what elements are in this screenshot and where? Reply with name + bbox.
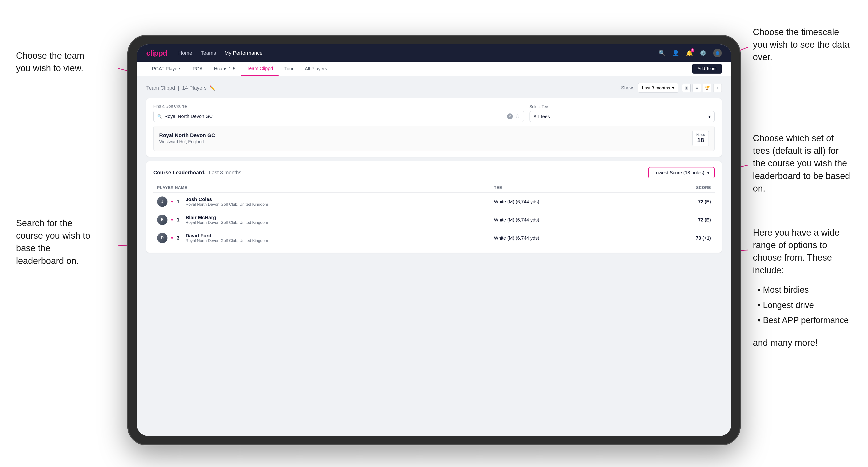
annotation-top-left-text: Choose the team you wish to view. [16,51,84,73]
grid-view-btn[interactable]: ⊞ [682,84,691,92]
filter-row: Find a Golf Course 🔍 Royal North Devon G… [153,104,715,122]
download-view-btn[interactable]: ↓ [713,84,722,92]
holes-label: Holes [696,133,705,136]
add-team-button[interactable]: Add Team [692,64,722,73]
tee-filter-label: Select Tee [530,104,715,109]
sub-nav-team-clippd[interactable]: Team Clippd [241,62,279,76]
annotation-top-right: Choose the timescale you wish to see the… [753,26,852,64]
player-count-separator: | [178,85,179,91]
sub-nav-pgat[interactable]: PGAT Players [146,62,187,76]
nav-teams[interactable]: Teams [201,50,216,56]
course-result-info: Royal North Devon GC Westward Ho!, Engla… [159,132,215,144]
sub-nav: PGAT Players PGA Hcaps 1-5 Team Clippd T… [137,62,731,76]
profile-icon-btn[interactable]: 👤 [672,50,679,56]
sub-nav-pga[interactable]: PGA [187,62,208,76]
nav-logo: clippd [146,49,167,58]
tee-select-dropdown[interactable]: All Tees ▾ [530,111,715,122]
col-score: SCORE [647,183,715,193]
player-club-2: Royal North Devon Golf Club, United King… [186,220,268,225]
holes-number: 18 [696,136,705,144]
annotation-middle-right-text: Choose which set of tees (default is all… [753,133,850,193]
leaderboard-title-text: Course Leaderboard, [153,169,206,176]
tee-value: All Tees [533,114,550,119]
score-type-value: Lowest Score (18 holes) [653,170,704,176]
leaderboard-title: Course Leaderboard, Last 3 months [153,169,242,176]
score-type-dropdown[interactable]: Lowest Score (18 holes) ▾ [648,167,715,178]
main-content: Team Clippd | 14 Players ✏️ Show: Last 3… [137,76,731,436]
sub-nav-tour[interactable]: Tour [279,62,299,76]
tablet-shell: clippd Home Teams My Performance 🔍 👤 🔔 1… [127,35,741,445]
course-search-input[interactable]: 🔍 Royal North Devon GC ✕ ☆ [153,111,524,122]
heart-icon-1[interactable]: ♥ [171,199,173,204]
avatar[interactable]: 👤 [713,49,722,57]
bullet-item-2: • Longest drive [757,298,852,313]
edit-icon[interactable]: ✏️ [210,85,215,91]
course-input-value: Royal North Devon GC [164,114,505,119]
score-cell-1: 72 (E) [647,193,715,211]
nav-bar: clippd Home Teams My Performance 🔍 👤 🔔 1… [137,44,731,62]
player-info-3: David Ford Royal North Devon Golf Club, … [186,233,268,243]
bullet-item-1: • Most birdies [757,282,852,298]
course-result-location: Westward Ho!, England [159,139,215,144]
score-cell-2: 72 (E) [647,211,715,229]
show-controls: Show: Last 3 months ▾ ⊞ ≡ 🏆 ↓ [621,83,722,93]
list-view-btn[interactable]: ≡ [692,84,701,92]
nav-home[interactable]: Home [178,50,192,56]
sub-nav-hcaps[interactable]: Hcaps 1-5 [208,62,241,76]
tee-filter-group: Select Tee All Tees ▾ [530,104,715,122]
notification-badge: 1 [691,49,694,52]
search-icon-btn[interactable]: 🔍 [658,50,665,56]
col-player-name: PLAYER NAME [153,183,490,193]
table-row: J ♥ 1 Josh Coles Royal North Devon Golf … [153,193,715,211]
course-filter-label: Find a Golf Course [153,104,524,109]
tee-chevron-icon: ▾ [708,114,711,119]
leaderboard-table: PLAYER NAME TEE SCORE J [153,183,715,247]
course-filter-group: Find a Golf Course 🔍 Royal North Devon G… [153,104,524,122]
holes-badge: Holes 18 [692,131,709,146]
team-name: Team Clippd [146,85,175,91]
player-cell-1: J ♥ 1 Josh Coles Royal North Devon Golf … [153,193,490,211]
nav-my-performance[interactable]: My Performance [224,50,262,56]
player-count: 14 Players [182,85,207,91]
player-info-2: Blair McHarg Royal North Devon Golf Club… [186,215,268,225]
course-result-name: Royal North Devon GC [159,132,215,138]
and-more-text: and many more! [753,337,852,349]
table-row: B ♥ 1 Blair McHarg Royal North Devon Gol… [153,211,715,229]
leaderboard-card: Course Leaderboard, Last 3 months Lowest… [146,161,722,253]
favorite-star-icon[interactable]: ☆ [515,113,520,119]
annotation-top-left: Choose the team you wish to view. [16,50,96,74]
annotation-bottom-right-text: Here you have a wide range of options to… [753,226,852,277]
heart-icon-2[interactable]: ♥ [171,217,173,222]
course-result-item[interactable]: Royal North Devon GC Westward Ho!, Engla… [153,126,715,151]
notifications-icon-btn[interactable]: 🔔 1 [686,50,693,56]
annotation-bottom-left: Search for the course you wish to base t… [16,217,96,267]
tee-cell-3: White (M) (6,744 yds) [490,229,647,247]
team-header-row: Team Clippd | 14 Players ✏️ Show: Last 3… [146,83,722,93]
trophy-view-btn[interactable]: 🏆 [703,84,711,92]
player-avatar-1: J [157,196,167,207]
player-cell-2: B ♥ 1 Blair McHarg Royal North Devon Gol… [153,211,490,229]
player-name-2: Blair McHarg [186,215,268,220]
rank-2: 1 [177,217,182,223]
leaderboard-header: Course Leaderboard, Last 3 months Lowest… [153,167,715,178]
annotation-top-right-text: Choose the timescale you wish to see the… [753,27,849,62]
tee-cell-2: White (M) (6,744 yds) [490,211,647,229]
leaderboard-table-body: J ♥ 1 Josh Coles Royal North Devon Golf … [153,193,715,247]
sub-nav-all-players[interactable]: All Players [299,62,333,76]
score-cell-3: 73 (+1) [647,229,715,247]
time-range-dropdown[interactable]: Last 3 months ▾ [638,83,678,93]
settings-icon-btn[interactable]: ⚙️ [700,50,707,56]
filter-card: Find a Golf Course 🔍 Royal North Devon G… [146,98,722,157]
leaderboard-table-header: PLAYER NAME TEE SCORE [153,183,715,193]
table-row: D ♥ 3 David Ford Royal North Devon Golf … [153,229,715,247]
player-info-1: Josh Coles Royal North Devon Golf Club, … [186,196,268,207]
tee-cell-1: White (M) (6,744 yds) [490,193,647,211]
heart-icon-3[interactable]: ♥ [171,236,173,241]
rank-3: 3 [177,235,182,241]
player-avatar-3: D [157,233,167,243]
annotation-middle-right: Choose which set of tees (default is all… [753,132,852,195]
annotation-bottom-right: Here you have a wide range of options to… [753,226,852,349]
chevron-down-icon: ▾ [672,85,674,91]
clear-search-button[interactable]: ✕ [507,114,513,119]
player-name-1: Josh Coles [186,196,268,202]
